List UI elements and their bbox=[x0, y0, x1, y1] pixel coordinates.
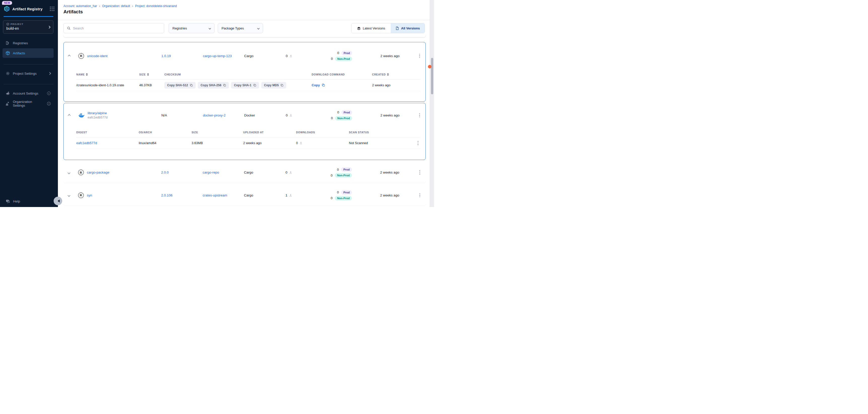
artifact-name-link[interactable]: cargo-package bbox=[87, 171, 109, 174]
artifact-registry-link[interactable]: cargo-repo bbox=[203, 171, 244, 174]
nonprod-badge: Non-Prod bbox=[335, 173, 352, 178]
sidebar-item-account-settings[interactable]: Account Settings i bbox=[2, 89, 54, 98]
project-name: build-en bbox=[6, 26, 50, 30]
nonprod-count: 0 bbox=[331, 116, 333, 120]
sidebar-item-label: Registries bbox=[13, 41, 28, 45]
collapse-arrow-icon bbox=[58, 200, 60, 203]
project-selector[interactable]: PROJECT build-en bbox=[3, 21, 53, 34]
copy-sha1-button[interactable]: Copy SHA-1 bbox=[231, 82, 259, 89]
all-versions-button[interactable]: All Versions bbox=[391, 23, 425, 33]
copy-download-command-button[interactable]: Copy bbox=[312, 83, 372, 87]
scan-status: Not Scanned bbox=[349, 141, 413, 145]
nonprod-count: 0 bbox=[331, 174, 333, 177]
artifact-version-link[interactable]: 1.0.19 bbox=[161, 54, 203, 58]
artifact-name-link[interactable]: unicode-ident bbox=[87, 54, 107, 58]
search-box bbox=[63, 23, 164, 33]
info-icon[interactable]: i bbox=[47, 102, 51, 105]
breadcrumb-separator: › bbox=[132, 4, 133, 8]
nonprod-badge: Non-Prod bbox=[335, 57, 352, 61]
artifact-name-link[interactable]: syn bbox=[87, 194, 92, 197]
artifact-registry-link[interactable]: cargo-up-temp-123 bbox=[203, 54, 244, 58]
sort-icon[interactable] bbox=[147, 73, 149, 76]
registries-filter-dropdown[interactable]: Registries bbox=[169, 23, 215, 33]
prod-count: 0 bbox=[337, 51, 339, 55]
file-created: 2 weeks ago bbox=[372, 83, 421, 87]
layers-icon bbox=[357, 26, 361, 30]
copy-sha512-button[interactable]: Copy SHA-512 bbox=[164, 82, 195, 89]
column-header-scan-status: SCAN STATUS bbox=[349, 131, 413, 134]
artifact-registry-link[interactable]: docker-proxy-2 bbox=[203, 113, 244, 117]
collapse-row-button[interactable] bbox=[67, 113, 78, 117]
scrolled-card-edge bbox=[63, 34, 426, 37]
search-input[interactable] bbox=[73, 26, 161, 30]
chevron-down-icon bbox=[257, 27, 260, 29]
download-icon bbox=[289, 114, 292, 117]
registry-folder-icon bbox=[5, 41, 10, 45]
column-header-name[interactable]: NAME bbox=[76, 73, 139, 76]
sidebar-item-registries[interactable]: Registries bbox=[2, 38, 54, 48]
filter-toolbar: Registries Package Types Latest Versions… bbox=[58, 21, 434, 34]
sort-icon[interactable] bbox=[387, 73, 389, 76]
package-type: Cargo bbox=[244, 194, 285, 197]
artifact-name-link[interactable]: library/alpine bbox=[88, 111, 107, 115]
app-switcher-icon[interactable] bbox=[50, 6, 54, 11]
sidebar-item-organization-settings[interactable]: Organization Settings i bbox=[2, 99, 54, 108]
row-menu-button[interactable] bbox=[417, 192, 423, 199]
info-icon[interactable]: i bbox=[47, 92, 51, 95]
row-menu-button[interactable] bbox=[415, 140, 421, 146]
artifact-version-link[interactable]: 2.0.106 bbox=[161, 194, 203, 197]
sidebar-item-project-settings[interactable]: Project Settings bbox=[2, 69, 54, 78]
expand-row-button[interactable] bbox=[67, 170, 78, 175]
sidebar-collapse-button[interactable] bbox=[54, 197, 62, 205]
downloads-count: 0 bbox=[286, 113, 288, 117]
breadcrumb-organization-link[interactable]: Organization: default bbox=[102, 4, 130, 8]
new-badge: NEW bbox=[2, 1, 12, 5]
breadcrumb-project-link[interactable]: Project: donotdelete-shivanand bbox=[135, 4, 177, 8]
latest-versions-button[interactable]: Latest Versions bbox=[351, 23, 391, 33]
row-menu-button[interactable] bbox=[417, 169, 423, 176]
scrollbar-thumb[interactable] bbox=[431, 58, 433, 94]
artifact-row: R syn 2.0.106 crates-upstream Cargo 1 0P… bbox=[63, 185, 426, 206]
copy-md5-button[interactable]: Copy MD5 bbox=[261, 82, 286, 89]
sort-icon[interactable] bbox=[86, 73, 88, 76]
artifact-registry-logo-icon bbox=[3, 5, 10, 12]
download-icon bbox=[289, 54, 292, 58]
sidebar-item-artifacts[interactable]: Artifacts bbox=[2, 48, 54, 58]
artifact-registry-link[interactable]: crates-upstream bbox=[203, 194, 244, 197]
downloads-count: 0 bbox=[296, 141, 298, 145]
sidebar-item-help[interactable]: ? Help bbox=[2, 197, 54, 206]
prod-badge: Prod bbox=[341, 190, 352, 195]
nonprod-count: 0 bbox=[331, 196, 333, 200]
package-types-filter-dropdown[interactable]: Package Types bbox=[218, 23, 263, 33]
nonprod-count: 0 bbox=[331, 57, 333, 61]
column-header-size: SIZE bbox=[192, 131, 243, 134]
main-content: Account: automation_har › Organization: … bbox=[58, 0, 434, 207]
chevron-right-icon bbox=[48, 72, 51, 75]
digest-link[interactable]: eafc1edb577d bbox=[76, 141, 139, 145]
sidebar: NEW Artifact Registry PROJECT build-en R… bbox=[0, 0, 58, 207]
chevron-up-icon bbox=[68, 114, 70, 117]
column-header-size[interactable]: SIZE bbox=[139, 73, 164, 76]
project-label: PROJECT bbox=[10, 23, 23, 25]
artifact-digest-text: eafc1edb577d bbox=[88, 116, 107, 119]
org-gear-icon bbox=[5, 101, 10, 106]
row-menu-button[interactable] bbox=[417, 53, 422, 59]
package-types-filter-label: Package Types bbox=[221, 26, 244, 30]
created-date: 2 weeks ago bbox=[368, 171, 412, 174]
nonprod-badge: Non-Prod bbox=[335, 196, 352, 201]
collapse-row-button[interactable] bbox=[67, 54, 78, 58]
download-icon bbox=[289, 194, 292, 197]
gear-icon bbox=[5, 71, 10, 76]
layers-gear-icon bbox=[5, 91, 10, 96]
column-header-created[interactable]: CREATED bbox=[372, 73, 421, 76]
copy-sha256-button[interactable]: Copy SHA-256 bbox=[198, 82, 229, 89]
breadcrumb-account-link[interactable]: Account: automation_har bbox=[63, 4, 97, 8]
scrollbar-track[interactable] bbox=[430, 0, 434, 207]
download-icon bbox=[299, 141, 303, 145]
docker-whale-icon bbox=[78, 113, 85, 118]
row-menu-button[interactable] bbox=[417, 112, 422, 118]
artifact-version-link[interactable]: 2.0.0 bbox=[161, 171, 203, 174]
file-row: /cratesunicode-ident-1.0.19.crate 46.37K… bbox=[76, 79, 421, 91]
created-date: 2 weeks ago bbox=[368, 54, 412, 58]
expand-row-button[interactable] bbox=[67, 193, 78, 198]
